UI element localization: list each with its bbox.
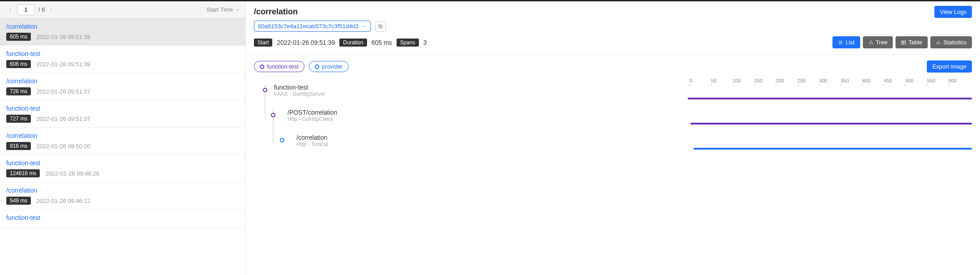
trace-item-time: 2022-01-26 09:50:20: [36, 143, 90, 150]
view-logs-button[interactable]: View Logs: [934, 6, 972, 18]
trace-meta-left: Start 2022-01-26 09:51:39 Duration 605 m…: [254, 39, 427, 47]
trace-item-duration: 916 ms: [6, 142, 31, 150]
trace-item-duration: 549 ms: [6, 197, 31, 205]
chevron-right-icon: [49, 7, 54, 13]
trace-item-meta: 916 ms2022-01-26 09:50:20: [6, 142, 239, 150]
svg-rect-1: [379, 25, 381, 27]
trace-item[interactable]: function-test: [0, 210, 245, 229]
span-bar[interactable]: [688, 98, 972, 99]
list-icon: [838, 40, 843, 45]
span-subtitle: FAAS - GoHttpServer: [274, 91, 325, 97]
trace-item-meta: 726 ms2022-01-26 09:51:37: [6, 87, 239, 95]
trace-item-name: function-test: [6, 50, 239, 57]
svg-point-2: [870, 40, 871, 41]
trace-item-name: function-test: [6, 159, 239, 167]
axis-tick: 500: [905, 78, 927, 83]
trace-item-name: function-test: [6, 214, 239, 221]
span-tree-row[interactable]: /correlationHttp - Tomcat: [254, 128, 688, 153]
trace-item[interactable]: function-test606 ms2022-01-26 09:51:39: [0, 46, 245, 73]
trace-id-dropdown[interactable]: 80a9153c7e4a11ecab573c7c3f51d4d3: [254, 21, 371, 32]
trace-item-time: 2022-01-26 09:51:39: [36, 61, 90, 68]
trace-sidebar: / 6 Start Time /correlation605 ms2022-01…: [0, 1, 246, 275]
bar-chart-icon: [936, 40, 941, 45]
axis-tick: 150: [754, 78, 776, 83]
view-stats-label: Statistics: [943, 39, 967, 46]
axis-tick: 300: [819, 78, 841, 83]
pager-current-input[interactable]: [17, 4, 35, 15]
sort-dropdown[interactable]: Start Time: [207, 6, 240, 13]
timeline-area: function-testFAAS - GoHttpServer/POST/co…: [246, 78, 980, 161]
trace-item-duration: 605 ms: [6, 33, 31, 41]
axis-tick: 550: [927, 78, 948, 83]
time-axis: 050100150200250300350400450500550600: [688, 78, 972, 86]
span-bar-row: [688, 86, 972, 111]
trace-item-duration: 726 ms: [6, 87, 31, 95]
trace-item-duration: 124616 ms: [6, 169, 40, 177]
legend-provider[interactable]: provider: [309, 61, 349, 72]
trace-item-name: /correlation: [6, 132, 239, 139]
main-panel: /correlation View Logs 80a9153c7e4a11eca…: [246, 1, 980, 275]
span-node-icon: [271, 113, 275, 117]
span-text: /correlationHttp - Tomcat: [296, 134, 328, 147]
span-subtitle: Http - Tomcat: [296, 141, 328, 147]
legend-function-test[interactable]: function-test: [254, 61, 304, 72]
view-stats-button[interactable]: Statistics: [930, 36, 972, 48]
trace-item[interactable]: /correlation605 ms2022-01-26 09:51:39: [0, 18, 245, 46]
axis-tick: 0: [689, 78, 711, 83]
legend-row: function-test provider Export image: [246, 55, 980, 78]
chevron-left-icon: [8, 7, 13, 13]
export-image-button[interactable]: Export image: [927, 60, 972, 73]
trace-item[interactable]: function-test124616 ms2022-01-26 09:48:2…: [0, 155, 245, 182]
trace-item[interactable]: /correlation726 ms2022-01-26 09:51:37: [0, 73, 245, 100]
trace-item-duration: 727 ms: [6, 115, 31, 123]
trace-item-meta: 605 ms2022-01-26 09:51:39: [6, 33, 239, 41]
axis-tick: 600: [949, 78, 970, 83]
span-bar-row: [688, 136, 972, 161]
pager-next-button[interactable]: [46, 5, 56, 15]
span-text: /POST/correlationHttp - GoHttpClient: [287, 109, 337, 122]
axis-tick: 250: [798, 78, 819, 83]
view-tree-label: Tree: [876, 39, 887, 46]
trace-item-meta: 727 ms2022-01-26 09:51:37: [6, 115, 239, 123]
view-list-label: List: [845, 39, 854, 46]
trace-item[interactable]: function-test727 ms2022-01-26 09:51:37: [0, 100, 245, 128]
trace-item-time: 2022-01-26 09:46:12: [36, 198, 90, 204]
duration-value: 605 ms: [372, 39, 392, 46]
view-tree-button[interactable]: Tree: [863, 36, 893, 48]
span-bar[interactable]: [693, 148, 972, 150]
trace-item-time: 2022-01-26 09:48:26: [45, 170, 99, 177]
span-title: /correlation: [296, 134, 328, 141]
table-icon: [901, 40, 906, 45]
trace-id-row: 80a9153c7e4a11ecab573c7c3f51d4d3: [246, 20, 980, 34]
axis-tick: 450: [884, 78, 905, 83]
svg-point-4: [872, 43, 873, 44]
page-title: /correlation: [254, 7, 298, 17]
view-list-button[interactable]: List: [832, 36, 860, 48]
main-header: /correlation View Logs: [246, 1, 980, 20]
span-bar-row: [688, 111, 972, 136]
pager-prev-button[interactable]: [5, 5, 15, 15]
chevron-down-icon: [235, 7, 240, 13]
view-table-button[interactable]: Table: [896, 36, 928, 48]
span-title: /POST/correlation: [287, 109, 337, 116]
trace-item[interactable]: /correlation916 ms2022-01-26 09:50:20: [0, 128, 245, 155]
pager-total: / 6: [38, 6, 45, 13]
span-tree-row[interactable]: /POST/correlationHttp - GoHttpClient: [254, 103, 688, 128]
start-value: 2022-01-26 09:51:39: [277, 39, 335, 46]
axis-tick: 50: [711, 78, 732, 83]
trace-item-meta: 549 ms2022-01-26 09:46:12: [6, 197, 239, 205]
trace-item-name: /correlation: [6, 77, 239, 85]
axis-tick: 100: [733, 78, 754, 83]
trace-item-name: /correlation: [6, 187, 239, 194]
trace-item-meta: 124616 ms2022-01-26 09:48:26: [6, 169, 239, 177]
spans-value: 3: [423, 39, 427, 46]
start-label-badge: Start: [254, 39, 272, 47]
copy-trace-id-button[interactable]: [375, 21, 386, 32]
trace-item[interactable]: /correlation549 ms2022-01-26 09:46:12: [0, 182, 245, 210]
tree-icon: [868, 40, 874, 45]
span-tree-column: function-testFAAS - GoHttpServer/POST/co…: [254, 78, 688, 161]
spans-label-badge: Spans: [397, 39, 419, 47]
span-tree-row[interactable]: function-testFAAS - GoHttpServer: [254, 78, 688, 103]
span-bar[interactable]: [690, 123, 972, 125]
view-toggle: List Tree Table Statistics: [832, 36, 972, 48]
